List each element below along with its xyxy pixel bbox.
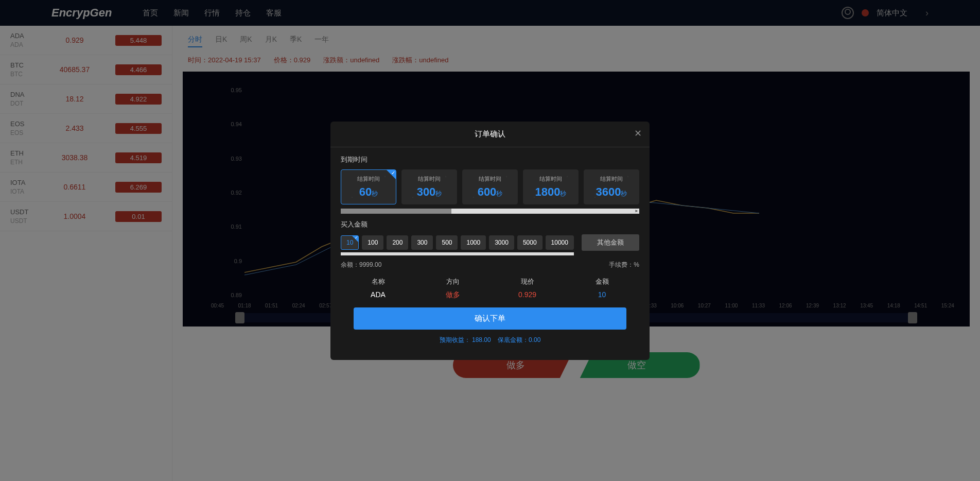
sum-name-label: 名称 <box>341 277 415 286</box>
scroll-right-icon[interactable]: ► <box>634 209 639 214</box>
amount-option-500[interactable]: 500 <box>436 235 458 250</box>
time-unit: 秒 <box>496 190 502 197</box>
sum-amt-value: 10 <box>565 290 639 299</box>
sum-dir-value: 做多 <box>415 290 490 300</box>
time-value: 300 <box>417 185 436 198</box>
time-unit: 秒 <box>560 190 566 197</box>
time-value: 1800 <box>535 185 561 198</box>
balance-value: 9999.00 <box>359 261 381 268</box>
time-unit: 秒 <box>435 190 442 197</box>
sum-dir-label: 方向 <box>415 277 490 286</box>
amount-option-100[interactable]: 100 <box>362 235 383 250</box>
sum-price-label: 现价 <box>490 277 565 286</box>
modal-overlay[interactable]: 订单确认 ✕ 到期时间 结算时间60秒结算时间300秒结算时间600秒结算时间1… <box>0 0 980 481</box>
fee-value: % <box>634 261 639 268</box>
guarantee-label: 保底金额： <box>498 336 529 343</box>
modal-body: 到期时间 结算时间60秒结算时间300秒结算时间600秒结算时间1800秒结算时… <box>330 147 650 360</box>
footer-info: 预期收益： 188.00 保底金额：0.00 <box>341 336 639 352</box>
time-options: 结算时间60秒结算时间300秒结算时间600秒结算时间1800秒结算时间3600… <box>341 169 639 204</box>
time-option-300[interactable]: 结算时间300秒 <box>401 169 457 204</box>
time-option-60[interactable]: 结算时间60秒 <box>341 169 396 204</box>
amount-option-300[interactable]: 300 <box>411 235 433 250</box>
amount-scrollbar[interactable] <box>341 252 574 255</box>
amount-option-5000[interactable]: 5000 <box>517 235 542 250</box>
balance-row: 余额：9999.00 手续费：% <box>341 261 639 269</box>
close-icon[interactable]: ✕ <box>634 128 642 139</box>
settle-label: 结算时间 <box>405 175 454 183</box>
order-confirm-modal: 订单确认 ✕ 到期时间 结算时间60秒结算时间300秒结算时间600秒结算时间1… <box>330 122 650 360</box>
amount-option-1000[interactable]: 1000 <box>461 235 486 250</box>
settle-label: 结算时间 <box>465 175 515 183</box>
time-option-600[interactable]: 结算时间600秒 <box>462 169 518 204</box>
amount-option-10000[interactable]: 10000 <box>546 235 574 250</box>
time-value: 600 <box>478 185 497 198</box>
expected-label: 预期收益： <box>440 336 470 343</box>
expected-value: 188.00 <box>472 336 491 343</box>
sum-amt-label: 金额 <box>565 277 639 286</box>
fee-label: 手续费： <box>609 261 634 268</box>
balance-label: 余额： <box>341 261 359 268</box>
guarantee-value: 0.00 <box>529 336 540 343</box>
modal-title: 订单确认 <box>475 129 505 139</box>
settle-label: 结算时间 <box>526 175 575 183</box>
buy-amount-label: 买入金额 <box>341 220 639 229</box>
check-icon <box>387 170 396 179</box>
amount-option-10[interactable]: 10 <box>341 235 359 250</box>
amount-option-3000[interactable]: 3000 <box>489 235 514 250</box>
amount-options: 1010020030050010003000500010000其他金额 <box>341 234 639 251</box>
time-value: 60 <box>359 185 372 198</box>
scroll-thumb[interactable] <box>341 209 451 214</box>
check-icon <box>352 236 358 242</box>
order-summary: 名称 ADA 方向 做多 现价 0.929 金额 10 <box>341 277 639 300</box>
time-scrollbar[interactable]: ◄ ► <box>341 209 639 214</box>
time-option-3600[interactable]: 结算时间3600秒 <box>584 169 639 204</box>
expiry-label: 到期时间 <box>341 155 639 164</box>
time-unit: 秒 <box>621 190 627 197</box>
time-value: 3600 <box>596 185 621 198</box>
confirm-order-button[interactable]: 确认下单 <box>354 307 626 330</box>
settle-label: 结算时间 <box>344 175 393 183</box>
modal-header: 订单确认 ✕ <box>330 122 650 147</box>
sum-price-value: 0.929 <box>490 290 565 299</box>
amount-option-200[interactable]: 200 <box>387 235 408 250</box>
settle-label: 结算时间 <box>587 175 636 183</box>
time-unit: 秒 <box>372 190 378 197</box>
sum-name-value: ADA <box>341 290 415 299</box>
time-option-1800[interactable]: 结算时间1800秒 <box>523 169 579 204</box>
other-amount-button[interactable]: 其他金额 <box>582 234 639 251</box>
